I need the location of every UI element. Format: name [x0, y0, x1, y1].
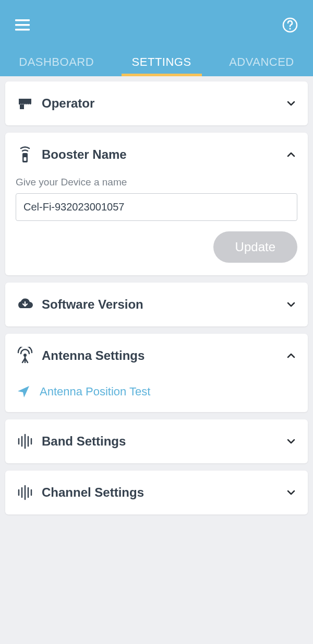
tab-settings[interactable]: SETTINGS: [122, 49, 202, 76]
card-booster-name-body: Give your Device a name Update: [5, 177, 308, 275]
booster-name-label: Give your Device a name: [16, 177, 297, 188]
card-booster-name-header[interactable]: Booster Name: [5, 133, 308, 177]
chevron-up-icon: [285, 349, 297, 362]
card-software-version-title: Software Version: [42, 297, 285, 312]
chevron-down-icon: [285, 97, 297, 110]
help-button[interactable]: [280, 15, 300, 36]
chevron-down-icon: [285, 435, 297, 448]
svg-rect-1: [15, 24, 30, 26]
antenna-icon: [16, 346, 34, 365]
antenna-position-test-label: Antenna Position Test: [40, 385, 150, 399]
app-header: DASHBOARD SETTINGS ADVANCED: [0, 0, 313, 76]
card-booster-name-title: Booster Name: [42, 147, 285, 162]
card-antenna-settings-title: Antenna Settings: [42, 348, 285, 363]
tab-bar: DASHBOARD SETTINGS ADVANCED: [0, 50, 313, 76]
chevron-down-icon: [285, 486, 297, 499]
menu-button[interactable]: [13, 15, 33, 36]
chevron-up-icon: [285, 148, 297, 161]
svg-rect-2: [15, 29, 30, 31]
card-band-settings-title: Band Settings: [42, 434, 285, 449]
card-channel-settings: Channel Settings: [5, 471, 308, 514]
booster-icon: [16, 145, 34, 164]
svg-rect-5: [19, 99, 31, 100]
equalizer-icon: [16, 483, 34, 502]
update-button[interactable]: Update: [213, 231, 297, 263]
card-booster-name: Booster Name Give your Device a name Upd…: [5, 133, 308, 275]
update-row: Update: [16, 231, 297, 263]
help-icon: [282, 17, 298, 33]
hamburger-icon: [15, 19, 31, 31]
card-band-settings: Band Settings: [5, 419, 308, 463]
equalizer-icon: [16, 432, 34, 451]
top-bar: [0, 0, 313, 50]
svg-rect-0: [15, 19, 30, 21]
antenna-position-test-link[interactable]: Antenna Position Test: [5, 378, 308, 412]
card-operator-title: Operator: [42, 96, 285, 111]
operator-icon: [16, 94, 34, 113]
chevron-down-icon: [285, 298, 297, 311]
card-channel-settings-header[interactable]: Channel Settings: [5, 471, 308, 514]
card-antenna-settings: Antenna Settings Antenna Position Test: [5, 334, 308, 412]
card-band-settings-header[interactable]: Band Settings: [5, 419, 308, 463]
svg-rect-6: [20, 104, 24, 109]
tab-dashboard[interactable]: DASHBOARD: [8, 49, 104, 76]
booster-name-input[interactable]: [16, 193, 297, 221]
svg-rect-8: [24, 157, 27, 161]
cloud-download-icon: [16, 295, 34, 314]
tab-advanced[interactable]: ADVANCED: [219, 49, 305, 76]
card-channel-settings-title: Channel Settings: [42, 485, 285, 500]
navigate-icon: [16, 384, 31, 400]
card-software-version: Software Version: [5, 283, 308, 326]
settings-content: Operator Booster Name Give your Device a…: [0, 76, 313, 527]
card-operator-header[interactable]: Operator: [5, 81, 308, 125]
card-software-version-header[interactable]: Software Version: [5, 283, 308, 326]
card-operator: Operator: [5, 81, 308, 125]
svg-point-4: [289, 28, 291, 29]
card-antenna-settings-header[interactable]: Antenna Settings: [5, 334, 308, 378]
